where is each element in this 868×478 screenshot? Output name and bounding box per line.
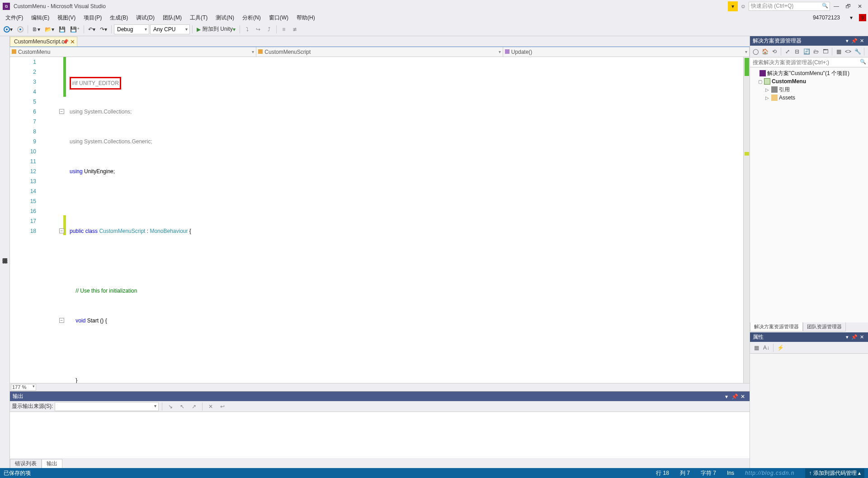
slnexp-refresh-icon[interactable]: 🔄 xyxy=(802,47,811,56)
tree-references-node[interactable]: ▷引用 xyxy=(751,85,867,94)
nav-scope-combo[interactable]: CustomMenu xyxy=(10,47,256,57)
slnexp-code-icon[interactable]: <> xyxy=(844,47,853,56)
quick-launch-input[interactable]: 快速启动 (Ctrl+Q) xyxy=(749,2,830,11)
output-next-icon[interactable]: ↗ xyxy=(189,402,199,411)
solution-tree[interactable]: 解决方案"CustomMenu"(1 个项目) ▢CustomMenu ▷引用 … xyxy=(750,67,868,322)
slnexp-close-icon[interactable]: ✕ xyxy=(858,38,865,44)
props-close-icon[interactable]: ✕ xyxy=(858,334,865,340)
close-button[interactable]: ✕ xyxy=(854,1,865,11)
output-content[interactable] xyxy=(10,412,750,458)
undo-button[interactable]: ↶▾ xyxy=(86,24,97,34)
step-over-icon[interactable]: ↪ xyxy=(253,24,263,34)
menu-analyze[interactable]: 分析(N) xyxy=(239,13,264,23)
solution-explorer-search[interactable] xyxy=(750,57,868,67)
feedback-icon[interactable]: ☺ xyxy=(739,3,748,9)
new-project-button[interactable]: 🗎▾ xyxy=(30,24,42,34)
notification-badge[interactable]: 9 xyxy=(859,14,866,21)
notifications-flag-icon[interactable]: ▾ xyxy=(728,1,738,11)
output-wrap-icon[interactable]: ↩ xyxy=(217,402,227,411)
slnexp-preview-icon[interactable]: ▦ xyxy=(834,47,843,56)
tab-team-explorer[interactable]: 团队资源管理器 xyxy=(803,322,846,331)
fold-toggle[interactable]: − xyxy=(59,228,64,233)
menu-window[interactable]: 窗口(W) xyxy=(265,13,292,23)
menu-edit[interactable]: 编辑(E) xyxy=(28,13,53,23)
slnexp-search-input[interactable] xyxy=(750,57,868,67)
output-prev-icon[interactable]: ↖ xyxy=(177,402,187,411)
slnexp-dropdown-icon[interactable]: ▾ xyxy=(844,38,851,44)
props-pin-icon[interactable]: 📌 xyxy=(851,334,858,340)
fold-toggle[interactable]: − xyxy=(59,318,64,323)
slnexp-showall-icon[interactable]: 🗁 xyxy=(811,47,821,56)
tab-solution-explorer[interactable]: 解决方案资源管理器 xyxy=(750,322,803,331)
restore-button[interactable]: 🗗 xyxy=(843,1,854,11)
step-into-icon[interactable]: ⤵ xyxy=(242,24,252,34)
menu-team[interactable]: 团队(M) xyxy=(159,13,185,23)
slnexp-sync-icon[interactable]: ⟲ xyxy=(770,47,779,56)
zoom-combo[interactable]: 177 % xyxy=(11,384,36,391)
tree-project-node[interactable]: ▢CustomMenu xyxy=(751,77,867,85)
tree-solution-node[interactable]: 解决方案"CustomMenu"(1 个项目) xyxy=(751,69,867,77)
slnexp-wrench-icon[interactable]: 🔧 xyxy=(853,47,862,56)
code-content: #if UNITY_EDITOR −using System.Collectio… xyxy=(70,57,743,383)
open-file-button[interactable]: 📂▾ xyxy=(43,24,56,34)
slnexp-back-icon[interactable]: ◯ xyxy=(751,47,760,56)
pin-icon[interactable]: 📌 xyxy=(62,39,69,45)
slnexp-collapse-icon[interactable]: ⊟ xyxy=(793,47,802,56)
menu-project[interactable]: 项目(P) xyxy=(80,13,105,23)
save-all-button[interactable]: 💾⁺ xyxy=(68,24,81,34)
props-alpha-icon[interactable]: A↓ xyxy=(762,343,771,352)
menu-debug[interactable]: 调试(D) xyxy=(132,13,158,23)
code-editor[interactable]: 123456789 101112131415161718 #if UNITY_E… xyxy=(10,57,743,383)
references-icon xyxy=(771,86,778,93)
menu-test[interactable]: 测试(N) xyxy=(212,13,238,23)
close-tab-icon[interactable]: ✕ xyxy=(70,38,75,45)
signed-in-user[interactable]: 947072123 xyxy=(809,14,844,22)
nav-fwd-button[interactable] xyxy=(15,24,25,34)
slnexp-scope-icon[interactable]: ⤢ xyxy=(783,47,792,56)
user-dropdown-icon[interactable]: ▾ xyxy=(846,14,856,22)
tree-assets-node[interactable]: ▷Assets xyxy=(751,94,867,102)
output-dropdown-icon[interactable]: ▾ xyxy=(722,393,731,400)
properties-grid[interactable] xyxy=(750,354,868,468)
props-categorized-icon[interactable]: ▦ xyxy=(752,343,761,352)
platform-combo[interactable]: Any CPU xyxy=(150,24,190,34)
bottom-tab-strip: 错误列表 输出 xyxy=(10,458,750,468)
source-control-button[interactable]: ↑ 添加到源代码管理 ▴ xyxy=(805,469,864,478)
comment-button[interactable]: ≡ xyxy=(279,24,289,34)
minimize-button[interactable]: ― xyxy=(831,1,842,11)
menu-view[interactable]: 视图(V) xyxy=(54,13,79,23)
solution-explorer-header[interactable]: 解决方案资源管理器 ▾ 📌 ✕ xyxy=(750,36,868,46)
slnexp-properties-icon[interactable]: 🗔 xyxy=(821,47,830,56)
menu-file[interactable]: 文件(F) xyxy=(2,13,27,23)
output-panel-header[interactable]: 输出 ▾ 📌 ✕ xyxy=(10,392,750,401)
properties-header[interactable]: 属性 ▾ 📌 ✕ xyxy=(750,332,868,342)
start-attach-button[interactable]: ▶ 附加到 Unity ▾ xyxy=(195,24,237,34)
output-source-combo[interactable] xyxy=(55,402,159,411)
nav-back-button[interactable]: ▾ xyxy=(2,24,14,34)
config-combo[interactable]: Debug xyxy=(114,24,149,34)
fold-toggle[interactable]: − xyxy=(59,109,64,114)
nav-member-combo[interactable]: Update() xyxy=(503,47,750,57)
slnexp-home-icon[interactable]: 🏠 xyxy=(760,47,769,56)
uncomment-button[interactable]: ≢ xyxy=(290,24,300,34)
output-clear-icon[interactable]: ✕ xyxy=(206,402,216,411)
menu-help[interactable]: 帮助(H) xyxy=(293,13,319,23)
slnexp-pin-icon[interactable]: 📌 xyxy=(851,38,858,44)
tab-error-list[interactable]: 错误列表 xyxy=(10,459,42,468)
menu-tools[interactable]: 工具(T) xyxy=(186,13,211,23)
save-button[interactable]: 💾 xyxy=(57,24,67,34)
props-events-icon[interactable]: ⚡ xyxy=(776,343,785,352)
tab-output[interactable]: 输出 xyxy=(42,459,62,468)
output-goto-icon[interactable]: ↘ xyxy=(165,402,175,411)
redo-button[interactable]: ↷▾ xyxy=(98,24,109,34)
props-dropdown-icon[interactable]: ▾ xyxy=(844,334,851,340)
menu-bar: 文件(F) 编辑(E) 视图(V) 项目(P) 生成(B) 调试(D) 团队(M… xyxy=(0,13,868,23)
menu-build[interactable]: 生成(B) xyxy=(106,13,132,23)
nav-class-combo[interactable]: CustomMenuScript xyxy=(256,47,503,57)
output-pin-icon[interactable]: 📌 xyxy=(731,393,739,400)
step-out-icon[interactable]: ⤴ xyxy=(264,24,274,34)
doc-tab-custommenuscript[interactable]: CustomMenuScript.cs 📌 ✕ xyxy=(10,37,77,47)
editor-scrollbar[interactable] xyxy=(743,57,750,383)
server-explorer-tab[interactable]: 服务器资源管理器 xyxy=(0,39,9,468)
output-close-icon[interactable]: ✕ xyxy=(739,393,747,400)
